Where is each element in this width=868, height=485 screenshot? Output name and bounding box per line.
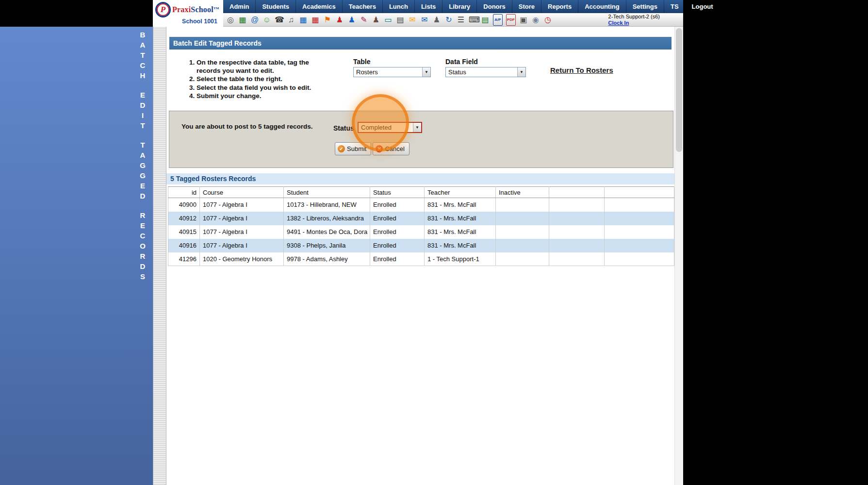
table-cell: 1077 - Algebra I bbox=[200, 198, 284, 212]
scrollbar-thumb[interactable] bbox=[676, 28, 682, 152]
data-field-select[interactable]: Status ▼ bbox=[445, 67, 526, 77]
nav-item-lists[interactable]: Lists bbox=[414, 0, 442, 13]
vertical-scrollbar[interactable] bbox=[674, 27, 683, 485]
table-cell bbox=[496, 252, 549, 266]
megaphone-icon[interactable]: ⚑ bbox=[323, 16, 332, 24]
table-row[interactable]: 409001077 - Algebra I10173 - Hillebrand,… bbox=[168, 198, 674, 212]
sidebar-letter: O bbox=[137, 241, 148, 251]
return-to-rosters-link[interactable]: Return To Rosters bbox=[550, 66, 613, 74]
nav-item-lunch[interactable]: Lunch bbox=[382, 0, 414, 13]
sidebar-letter: A bbox=[137, 40, 148, 50]
table-cell: Enrolled bbox=[370, 225, 425, 239]
table-cell bbox=[496, 198, 549, 212]
table-cell bbox=[605, 198, 674, 212]
nav-item-ts[interactable]: TS bbox=[664, 0, 685, 13]
table-cell: 40900 bbox=[168, 198, 200, 212]
search-icon[interactable]: ◎ bbox=[226, 16, 235, 24]
edit-icon[interactable]: ✎ bbox=[360, 16, 368, 24]
table-row[interactable]: 409161077 - Algebra I9308 - Phelps, Jani… bbox=[168, 239, 674, 252]
list-icon[interactable]: ☰ bbox=[457, 16, 465, 24]
table-cell bbox=[549, 239, 605, 252]
nav-item-accounting[interactable]: Accounting bbox=[578, 0, 626, 13]
student-icon[interactable]: ♟ bbox=[335, 16, 344, 24]
nav-item-teachers[interactable]: Teachers bbox=[342, 0, 382, 13]
sidebar-letter: D bbox=[137, 100, 148, 110]
nav-item-store[interactable]: Store bbox=[512, 0, 541, 13]
table-cell: 831 - Mrs. McFall bbox=[425, 198, 496, 212]
nav-item-donors[interactable]: Donors bbox=[476, 0, 512, 13]
person-icon[interactable]: ♟ bbox=[432, 16, 441, 24]
table-cell: Enrolled bbox=[370, 212, 425, 225]
table-group: Table Rosters ▼ bbox=[353, 58, 431, 77]
table-cell: 9491 - Montes De Oca, Dora bbox=[284, 225, 370, 239]
table-label: Table bbox=[353, 58, 431, 66]
column-header: Teacher bbox=[425, 187, 496, 198]
speaker-icon[interactable]: ♫ bbox=[287, 16, 295, 24]
instructions: On the respective data table, tag the re… bbox=[189, 59, 327, 101]
logo-school: School bbox=[191, 5, 213, 14]
nav-item-reports[interactable]: Reports bbox=[541, 0, 578, 13]
table-cell: 41296 bbox=[168, 252, 200, 266]
attendance-grid-icon[interactable]: ▦ bbox=[238, 16, 247, 24]
nav-item-admin[interactable]: Admin bbox=[223, 0, 255, 13]
status-select[interactable]: Completed ▼ bbox=[358, 122, 422, 133]
id-card-icon[interactable]: ▭ bbox=[384, 16, 393, 24]
submit-check-icon: ✓ bbox=[338, 145, 345, 152]
sidebar-letter: T bbox=[137, 50, 148, 60]
table-cell: 1077 - Algebra I bbox=[200, 225, 284, 239]
table-select-value: Rosters bbox=[354, 67, 422, 77]
phone-icon[interactable]: ☎ bbox=[275, 16, 283, 24]
table-row[interactable]: 412961020 - Geometry Honors9978 - Adams,… bbox=[168, 252, 674, 266]
clock-icon[interactable]: ◷ bbox=[543, 16, 552, 24]
status-select-value: Completed bbox=[359, 123, 413, 132]
email-at-icon[interactable]: @ bbox=[250, 16, 259, 24]
mail-send-icon[interactable]: ✉ bbox=[420, 16, 429, 24]
main-content: Batch Edit Tagged Records On the respect… bbox=[166, 27, 674, 485]
sidebar-letter: D bbox=[137, 261, 148, 271]
table-cell: 10173 - Hillebrand, NEW bbox=[284, 198, 370, 212]
accounts-payable-icon[interactable]: A/P bbox=[493, 14, 503, 26]
clipboard-icon[interactable]: ▤ bbox=[396, 16, 405, 24]
parent-icon[interactable]: ♟ bbox=[347, 16, 356, 24]
nav-item-library[interactable]: Library bbox=[442, 0, 476, 13]
sidebar-letter: C bbox=[137, 60, 148, 70]
column-header bbox=[549, 187, 605, 198]
pdf-icon[interactable]: PDF bbox=[506, 14, 516, 26]
printer-icon[interactable]: ▣ bbox=[519, 16, 528, 24]
nav-item-academics[interactable]: Academics bbox=[295, 0, 342, 13]
cancel-button[interactable]: ✕ Cancel bbox=[373, 142, 409, 155]
smiley-icon[interactable]: ☺ bbox=[262, 16, 271, 24]
column-header: Status bbox=[370, 187, 425, 198]
sidebar-letter: T bbox=[137, 120, 148, 131]
column-header: id bbox=[168, 187, 200, 198]
sync-icon[interactable]: ↻ bbox=[444, 16, 453, 24]
table-cell: 40916 bbox=[168, 239, 200, 252]
globe-icon[interactable]: ◉ bbox=[531, 16, 540, 24]
chevron-down-icon: ▼ bbox=[422, 67, 430, 77]
records-table-body: 409001077 - Algebra I10173 - Hillebrand,… bbox=[168, 198, 674, 266]
nav-item-settings[interactable]: Settings bbox=[626, 0, 664, 13]
people-icon[interactable]: ♟ bbox=[372, 16, 380, 24]
nav-item-logout[interactable]: Logout bbox=[685, 0, 720, 13]
sidebar-letter: E bbox=[137, 181, 148, 191]
logo[interactable]: P PraxiSchoolTM School 1001 bbox=[153, 0, 223, 27]
logo-monogram: P bbox=[161, 5, 165, 15]
submit-button[interactable]: ✓ Submit bbox=[335, 142, 371, 155]
mail-icon[interactable]: ✉ bbox=[408, 16, 417, 24]
calendar-alert-icon[interactable]: ▦ bbox=[311, 16, 320, 24]
decorative-stripes bbox=[153, 27, 166, 485]
clock-in-link[interactable]: Clock In bbox=[608, 20, 629, 26]
nav-item-students[interactable]: Students bbox=[255, 0, 295, 13]
keyboard-icon[interactable]: ⌨ bbox=[469, 16, 477, 24]
column-header: Course bbox=[200, 187, 284, 198]
sidebar-letter: C bbox=[137, 231, 148, 241]
cash-register-icon[interactable]: ▤ bbox=[481, 16, 490, 24]
table-cell: 1077 - Algebra I bbox=[200, 239, 284, 252]
calendar-icon[interactable]: ▦ bbox=[299, 16, 308, 24]
data-field-group: Data Field Status ▼ bbox=[445, 58, 526, 77]
school-number: School 1001 bbox=[155, 18, 220, 25]
table-row[interactable]: 409121077 - Algebra I1382 - Libreros, Al… bbox=[168, 212, 674, 225]
table-select[interactable]: Rosters ▼ bbox=[353, 67, 431, 77]
table-row[interactable]: 409151077 - Algebra I9491 - Montes De Oc… bbox=[168, 225, 674, 239]
table-cell bbox=[605, 225, 674, 239]
